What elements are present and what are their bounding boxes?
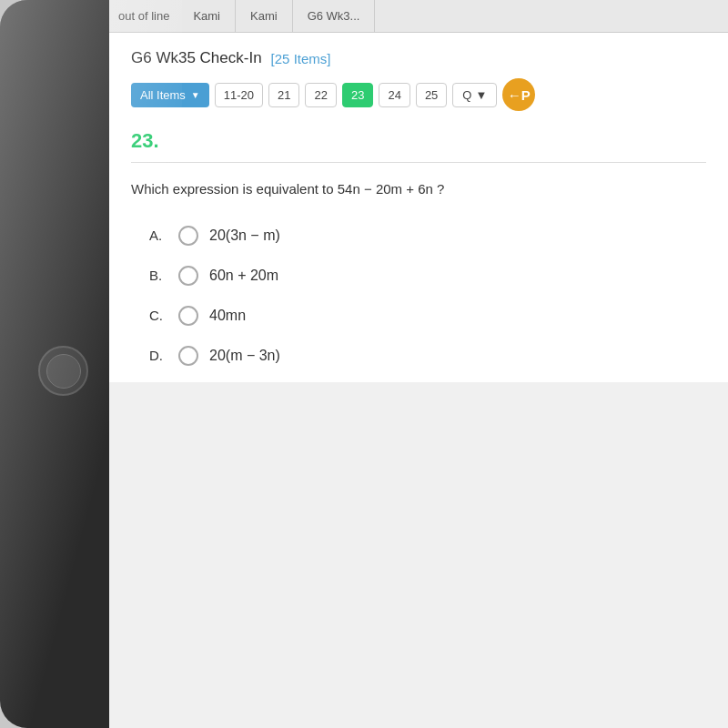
home-button[interactable]	[38, 346, 88, 396]
page-btn-21[interactable]: 21	[268, 83, 299, 107]
ipad-bezel: out of line Kami Kami G6 Wk3... G6 Wk35 …	[0, 0, 728, 728]
tab-g6-wk35[interactable]: G6 Wk3...	[293, 0, 376, 32]
radio-a[interactable]	[178, 226, 198, 246]
answer-choice-d: D. 20(m − 3n)	[149, 346, 706, 366]
tab-kami-2[interactable]: Kami	[236, 0, 293, 32]
answer-choices: A. 20(3n − m) B. 60n + 20m C. 40mn D.	[131, 226, 706, 366]
all-items-dropdown[interactable]: All Items ▼	[131, 83, 209, 107]
choice-label-c: C.	[149, 308, 167, 323]
page-btn-24[interactable]: 24	[379, 83, 410, 107]
ipad-screen: out of line Kami Kami G6 Wk3... G6 Wk35 …	[109, 0, 728, 728]
page-btn-22[interactable]: 22	[305, 83, 336, 107]
dropdown-arrow-icon: ▼	[191, 90, 200, 100]
quiz-title: G6 Wk35 Check-In	[131, 49, 262, 67]
answer-choice-c: C. 40mn	[149, 306, 706, 326]
question-text: Which expression is equivalent to 54n − …	[131, 179, 706, 200]
answer-choice-b: B. 60n + 20m	[149, 266, 706, 286]
content-area: G6 Wk35 Check-In [25 Items] All Items ▼ …	[109, 33, 728, 382]
radio-c[interactable]	[178, 306, 198, 326]
page-btn-23[interactable]: 23	[342, 83, 373, 107]
quiz-title-bar: G6 Wk35 Check-In [25 Items]	[131, 49, 706, 67]
choice-label-d: D.	[149, 348, 167, 363]
home-button-inner	[46, 354, 81, 389]
page-btn-25[interactable]: 25	[416, 83, 447, 107]
choice-text-b: 60n + 20m	[209, 268, 278, 284]
back-button[interactable]: ←P	[502, 78, 535, 111]
choice-label-a: A.	[149, 228, 167, 243]
answer-choice-a: A. 20(3n − m)	[149, 226, 706, 246]
search-dropdown-arrow-icon: ▼	[475, 88, 487, 102]
tab-partial-out-of-line[interactable]: out of line	[109, 0, 178, 32]
page-btn-11-20[interactable]: 11-20	[215, 83, 263, 107]
choice-label-b: B.	[149, 268, 167, 283]
choice-text-c: 40mn	[209, 308, 246, 324]
choice-text-a: 20(3n − m)	[209, 228, 280, 244]
items-badge: [25 Items]	[271, 51, 331, 66]
nav-row: All Items ▼ 11-20 21 22 23 24	[131, 78, 706, 111]
choice-text-d: 20(m − 3n)	[209, 348, 280, 364]
radio-d[interactable]	[178, 346, 198, 366]
question-number: 23.	[131, 129, 706, 153]
question-divider	[131, 162, 706, 163]
search-button[interactable]: Q ▼	[452, 83, 497, 107]
radio-b[interactable]	[178, 266, 198, 286]
tab-bar: out of line Kami Kami G6 Wk3...	[109, 0, 728, 33]
tab-kami-1[interactable]: Kami	[178, 0, 236, 32]
